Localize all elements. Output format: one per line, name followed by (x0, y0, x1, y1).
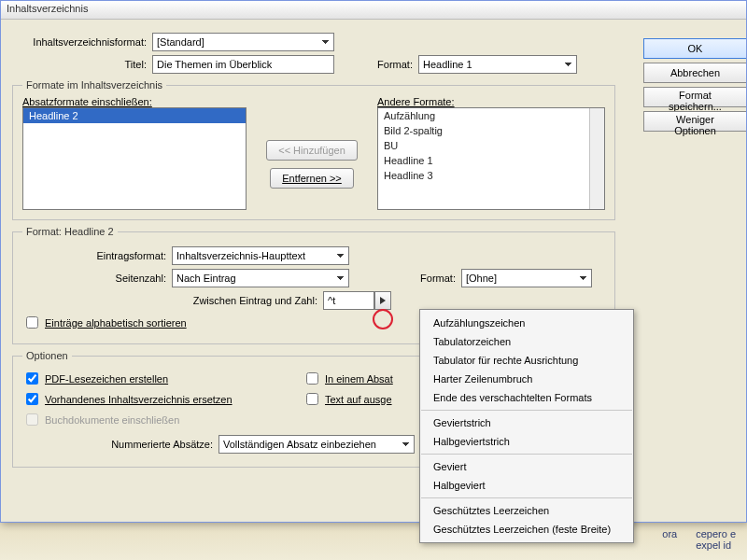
pn-format-label: Format: (368, 273, 461, 284)
menu-item[interactable]: Geschütztes Leerzeichen (feste Breite) (420, 520, 633, 539)
numbered-para-select[interactable]: Vollständigen Absatz einbeziehen (218, 435, 415, 454)
ok-button[interactable]: OK (643, 38, 746, 59)
menu-item[interactable]: Tabulator für rechte Ausrichtung (420, 351, 633, 370)
scrollbar[interactable] (589, 108, 604, 209)
menu-item[interactable]: Geschütztes Leerzeichen (420, 501, 633, 520)
other-formats-listbox[interactable]: Aufzählung Bild 2-spaltig BU Headline 1 … (377, 107, 605, 210)
in-paragraph-label: In einem Absat (325, 373, 393, 385)
triangle-right-icon (379, 297, 387, 304)
sort-label: Einträge alphabetisch sortieren (45, 317, 187, 329)
list-item[interactable]: Headline 3 (378, 168, 604, 183)
title-input[interactable] (152, 55, 334, 74)
pdf-bookmarks-row[interactable]: PDF-Lesezeichen erstellen (22, 370, 303, 387)
pdf-bookmarks-checkbox[interactable] (26, 372, 38, 385)
menu-separator (421, 497, 632, 498)
bg-word: cepero eexpel id (696, 528, 736, 554)
cancel-button[interactable]: Abbrechen (643, 63, 746, 83)
menu-item[interactable]: Halbgeviert (420, 476, 633, 495)
pn-format-select[interactable]: [Ohne] (461, 269, 592, 287)
replace-toc-label: Vorhandenes Inhaltsverzeichnis ersetzen (45, 394, 233, 405)
page-number-select[interactable]: Nach Eintrag (172, 269, 349, 287)
list-item[interactable]: Aufzählung (378, 108, 604, 123)
toc-format-select[interactable]: [Standard] (152, 33, 334, 51)
options-legend: Optionen (22, 350, 72, 361)
pdf-bookmarks-label: PDF-Lesezeichen erstellen (45, 373, 168, 385)
menu-item[interactable]: Tabulatorzeichen (420, 332, 633, 351)
text-on-checkbox[interactable] (306, 393, 318, 405)
list-item[interactable]: Headline 2 (23, 108, 246, 123)
dialog-side-buttons: OK Abbrechen Format speichern... Weniger… (643, 38, 746, 132)
dialog-title: Inhaltsverzeichnis (1, 1, 746, 20)
entry-format-legend: Format: Headline 2 (22, 226, 118, 237)
fewer-options-button[interactable]: Weniger Optionen (643, 111, 746, 132)
menu-item[interactable]: Geviert (420, 457, 633, 476)
entry-format-select[interactable]: Inhaltsverzeichnis-Haupttext (172, 246, 349, 265)
menu-item[interactable]: Geviertstrich (420, 413, 633, 432)
formats-group: Formate im Inhaltsverzeichnis Absatzform… (12, 79, 615, 220)
numbered-para-label: Nummerierte Absätze: (22, 439, 218, 450)
add-button[interactable]: << Hinzufügen (266, 140, 358, 161)
bg-word: ora (662, 528, 677, 554)
include-label: Absatzformate einschließen: (22, 96, 247, 107)
page-number-label: Seitenzahl: (22, 273, 172, 284)
svg-marker-0 (380, 297, 386, 304)
replace-toc-checkbox[interactable] (26, 393, 38, 405)
entry-format-label: Eintragsformat: (22, 250, 172, 261)
between-input[interactable] (323, 291, 374, 310)
title-label: Titel: (12, 59, 152, 70)
toc-dialog: Inhaltsverzeichnis OK Abbrechen Format s… (0, 0, 747, 523)
special-chars-flyout: Aufzählungszeichen Tabulatorzeichen Tabu… (419, 309, 634, 543)
book-docs-checkbox (26, 413, 38, 426)
title-format-label: Format: (353, 59, 418, 70)
save-format-button[interactable]: Format speichern... (643, 87, 746, 107)
between-label: Zwischen Eintrag und Zahl: (22, 295, 323, 306)
menu-item[interactable]: Aufzählungszeichen (420, 314, 633, 332)
replace-toc-row[interactable]: Vorhandenes Inhaltsverzeichnis ersetzen (22, 390, 303, 408)
text-on-label: Text auf ausge (325, 394, 392, 405)
book-docs-row: Buchdokumente einschließen (22, 411, 303, 428)
remove-button[interactable]: Entfernen >> (270, 168, 354, 189)
list-item[interactable]: BU (378, 138, 604, 153)
other-formats-label: Andere Formate: (377, 96, 605, 107)
title-format-select[interactable]: Headline 1 (418, 55, 577, 74)
menu-item[interactable]: Halbgeviertstrich (420, 432, 633, 451)
sort-checkbox[interactable] (26, 316, 38, 329)
list-item[interactable]: Bild 2-spaltig (378, 123, 604, 138)
list-item[interactable]: Headline 1 (378, 153, 604, 168)
menu-item[interactable]: Harter Zeilenumbruch (420, 370, 633, 388)
in-paragraph-checkbox[interactable] (306, 372, 318, 385)
menu-item[interactable]: Ende des verschachtelten Formats (420, 388, 633, 407)
menu-separator (421, 410, 632, 411)
between-flyout-button[interactable] (374, 291, 391, 310)
book-docs-label: Buchdokumente einschließen (45, 414, 179, 426)
formats-legend: Formate im Inhaltsverzeichnis (22, 79, 166, 91)
include-listbox[interactable]: Headline 2 (22, 107, 247, 210)
toc-format-label: Inhaltsverzeichnisformat: (12, 36, 152, 48)
background-page: ora cepero eexpel id (0, 523, 747, 560)
menu-separator (421, 454, 632, 455)
